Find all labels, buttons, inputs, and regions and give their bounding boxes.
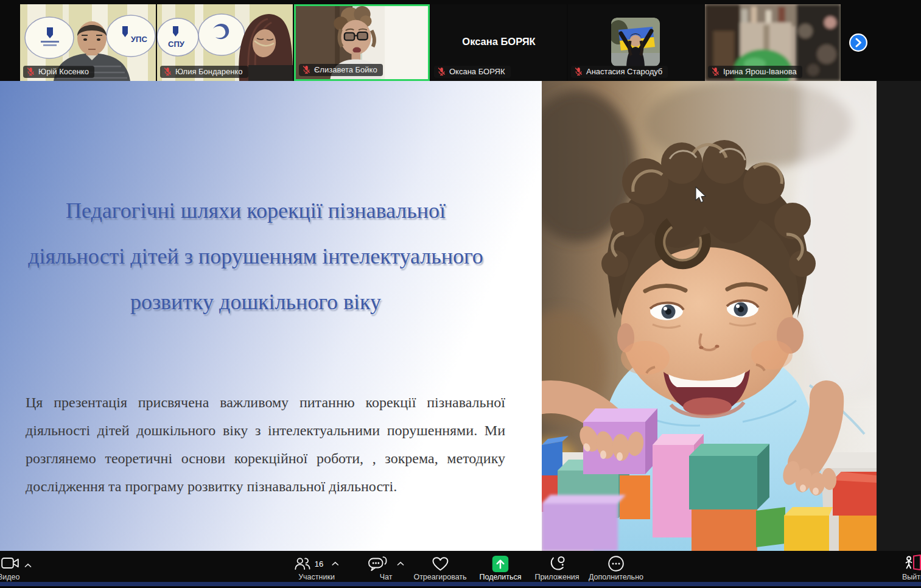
participant-name: Єлизавета Бойко — [314, 65, 377, 74]
video-tile-anastasiya-starodub[interactable]: Анастасия Стародуб — [568, 4, 704, 81]
participant-name-pill: Анастасия Стародуб — [571, 66, 668, 78]
muted-mic-icon — [711, 67, 720, 76]
participant-name: Юрій Косенко — [38, 67, 89, 76]
heart-icon — [431, 556, 449, 572]
slide-title: Педагогічні шляхи корекції пізнавальної … — [0, 188, 530, 325]
meeting-toolbar: Видео 16 Участники — [0, 551, 921, 583]
apps-icon — [548, 555, 566, 572]
video-options-caret-icon[interactable] — [24, 559, 32, 570]
video-tile-yelyzaveta-boiko-active-speaker[interactable]: Єлизавета Бойко — [294, 4, 430, 81]
slide-title-line: діяльності дітей з порушенням інтелектуа… — [0, 234, 530, 279]
shared-screen-right-margin — [877, 81, 921, 551]
logo-text: СПУ — [168, 40, 185, 49]
participants-count: 16 — [315, 559, 323, 569]
more-button[interactable]: Дополнительно — [589, 551, 643, 583]
participant-name-pill: Ірина Ярош-Іванова — [708, 66, 802, 78]
zoom-meeting-window: УПС Юрій Косенко — [0, 0, 921, 588]
slide-title-line: розвитку дошкільного віку — [0, 279, 530, 325]
participant-name-pill: Єлизавета Бойко — [299, 64, 383, 76]
mouse-cursor — [695, 186, 708, 207]
slide-body-text: Ця презентація присвячена важливому пита… — [26, 388, 505, 500]
more-label: Дополнительно — [589, 573, 643, 581]
slide-photo-toddler-with-blocks — [542, 81, 877, 551]
video-tile-oksana-boryak[interactable]: Оксана БОРЯК Оксана БОРЯК — [431, 4, 567, 81]
chevron-right-icon — [849, 33, 868, 52]
video-tile-yuliya-bondarenko[interactable]: СПУ Юлия Бондаренко — [157, 4, 293, 81]
muted-mic-icon — [26, 67, 35, 76]
participant-avatar — [611, 18, 660, 66]
muted-mic-icon — [163, 67, 172, 76]
share-screen-icon — [492, 556, 509, 572]
chat-button[interactable]: Чат — [368, 551, 404, 583]
video-tile-iryna-yarosh-ivanova[interactable]: Ірина Ярош-Іванова — [705, 4, 841, 81]
muted-mic-icon — [574, 67, 583, 76]
share-screen-button[interactable]: Поделиться — [479, 551, 521, 583]
muted-mic-icon — [302, 65, 311, 74]
participant-name-pill: Юлия Бондаренко — [160, 66, 248, 78]
slide-title-line: Педагогічні шляхи корекції пізнавальної — [0, 188, 530, 234]
leave-meeting-button[interactable]: Выйти — [900, 551, 921, 583]
leave-label: Выйти — [902, 573, 921, 581]
share-label: Поделиться — [479, 573, 521, 581]
participant-name: Юлия Бондаренко — [175, 67, 243, 76]
participant-name-pill: Юрій Косенко — [23, 66, 94, 78]
video-button-label: Видео — [0, 573, 20, 581]
logo-text: УПС — [131, 35, 147, 44]
more-ellipsis-icon — [608, 555, 625, 572]
participant-display-name: Оксана БОРЯК — [431, 36, 567, 47]
camera-icon — [1, 556, 19, 573]
apps-button[interactable]: Приложения — [534, 551, 579, 583]
shared-screen-slide: Педагогічні шляхи корекції пізнавальної … — [0, 81, 542, 551]
participant-name: Анастасия Стародуб — [586, 67, 662, 76]
video-strip: УПС Юрій Косенко — [0, 0, 921, 81]
participants-label: Участники — [298, 573, 335, 581]
chat-caret-icon[interactable] — [397, 561, 404, 566]
participants-icon — [294, 556, 311, 571]
react-label: Отреагировать — [413, 573, 466, 581]
bottom-accent-line — [0, 582, 921, 586]
video-tile-yurii-kosenko[interactable]: УПС Юрій Косенко — [20, 4, 156, 81]
participant-name: Оксана БОРЯК — [449, 67, 505, 76]
react-button[interactable]: Отреагировать — [413, 551, 466, 583]
participant-name-pill: Оксана БОРЯК — [434, 66, 511, 78]
chat-icon — [368, 556, 388, 572]
next-videos-button[interactable] — [849, 33, 868, 52]
participant-name: Ірина Ярош-Іванова — [723, 67, 797, 76]
participants-button[interactable]: 16 Участники — [294, 551, 339, 583]
chat-label: Чат — [380, 573, 393, 581]
participants-caret-icon[interactable] — [332, 561, 339, 566]
muted-mic-icon — [437, 67, 446, 76]
leave-door-icon — [903, 554, 921, 575]
apps-label: Приложения — [534, 573, 579, 581]
